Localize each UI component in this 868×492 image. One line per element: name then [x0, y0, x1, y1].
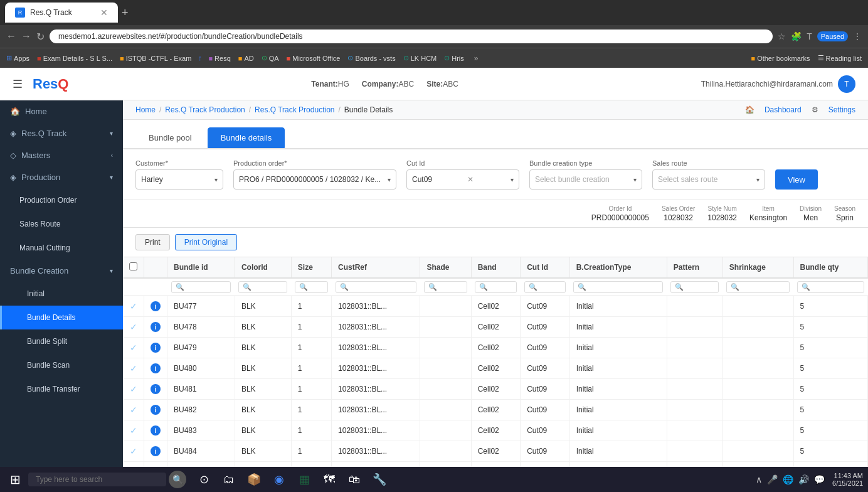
taskbar-chrome[interactable]: ◉: [269, 469, 289, 489]
tab-bundle-details[interactable]: Bundle details: [208, 127, 285, 148]
select-all-checkbox[interactable]: [129, 262, 137, 270]
sidebar-item-bundle-creation[interactable]: Bundle Creation ▾: [0, 260, 123, 282]
row-check-2[interactable]: ✓: [123, 338, 144, 358]
production-order-select[interactable]: PRO6 / PRD0000000005 / 1028032 / Ke... ▾: [233, 169, 396, 190]
bookmark-exam[interactable]: ■ Exam Details - S L S...: [37, 55, 112, 62]
search-bundle-qty[interactable]: 🔍: [797, 281, 864, 293]
refresh-button[interactable]: ↻: [36, 31, 45, 43]
menu-icon[interactable]: ⋮: [853, 31, 862, 41]
sidebar-item-bundle-transfer[interactable]: Bundle Transfer: [0, 377, 123, 401]
sidebar-item-masters[interactable]: ◇ Masters ‹: [0, 144, 123, 166]
address-bar[interactable]: mesdemo1.azurewebsites.net/#/production/…: [50, 29, 773, 43]
row-info-5[interactable]: i: [144, 400, 167, 420]
profile-icon[interactable]: T: [807, 31, 812, 41]
info-icon-0[interactable]: i: [151, 301, 161, 311]
sales-route-select[interactable]: Select sales route ▾: [652, 169, 765, 190]
row-info-0[interactable]: i: [144, 296, 167, 317]
row-check-6[interactable]: ✓: [123, 420, 144, 441]
sidebar-item-manual-cutting[interactable]: Manual Cutting: [0, 236, 123, 260]
back-button[interactable]: ←: [6, 31, 16, 42]
taskbar-cortana[interactable]: ⊙: [194, 469, 214, 489]
breadcrumb-production1[interactable]: Res.Q Track Production: [165, 105, 245, 114]
search-band[interactable]: 🔍: [475, 281, 517, 293]
dashboard-link[interactable]: Dashboard: [765, 105, 802, 114]
info-icon-7[interactable]: i: [151, 446, 161, 456]
sidebar-item-bundle-scan[interactable]: Bundle Scan: [0, 353, 123, 377]
bookmark-hris[interactable]: ⊙ Hris: [444, 54, 464, 62]
tab-bundle-pool[interactable]: Bundle pool: [135, 127, 205, 148]
new-tab-button[interactable]: +: [122, 6, 129, 19]
info-icon-6[interactable]: i: [151, 425, 161, 436]
search-pattern[interactable]: 🔍: [670, 281, 719, 293]
star-icon[interactable]: ☆: [778, 31, 786, 41]
search-cust-ref[interactable]: 🔍: [336, 281, 416, 293]
row-check-1[interactable]: ✓: [123, 317, 144, 338]
row-info-3[interactable]: i: [144, 358, 167, 379]
taskbar-maps[interactable]: 🗺: [319, 469, 339, 489]
bookmark-qa[interactable]: ⊙ QA: [262, 54, 279, 62]
taskbar-time-date[interactable]: 11:43 AM 6/15/2021: [832, 472, 863, 487]
bookmark-resq[interactable]: ■ Resq: [208, 55, 230, 62]
row-check-4[interactable]: ✓: [123, 379, 144, 400]
other-bookmarks[interactable]: ■ Other bookmarks: [751, 54, 810, 62]
print-original-button[interactable]: Print Original: [175, 234, 237, 250]
extension-icon[interactable]: 🧩: [791, 31, 802, 41]
reading-list[interactable]: ☰ Reading list: [818, 54, 862, 62]
row-check-7[interactable]: ✓: [123, 441, 144, 462]
search-b-creation-type[interactable]: 🔍: [573, 281, 663, 293]
print-button[interactable]: Print: [135, 234, 170, 250]
sidebar-item-production-order[interactable]: Production Order: [0, 188, 123, 212]
search-cut-id[interactable]: 🔍: [524, 281, 566, 293]
info-icon-3[interactable]: i: [151, 363, 161, 373]
taskbar-network[interactable]: 🌐: [783, 474, 793, 484]
search-size[interactable]: 🔍: [295, 281, 327, 293]
search-icon[interactable]: 🔍: [169, 471, 186, 488]
row-check-5[interactable]: ✓: [123, 400, 144, 420]
taskbar-box[interactable]: 📦: [244, 469, 264, 489]
taskbar-search-input[interactable]: [28, 473, 166, 486]
search-shrinkage[interactable]: 🔍: [726, 281, 790, 293]
taskbar-volume[interactable]: 🔊: [798, 474, 809, 484]
more-bookmarks[interactable]: »: [474, 54, 479, 63]
bundle-creation-type-select[interactable]: Select bundle creation ▾: [529, 169, 642, 190]
info-icon-1[interactable]: i: [151, 322, 161, 332]
breadcrumb-production2[interactable]: Res.Q Track Production: [255, 105, 334, 114]
taskbar-store[interactable]: 🛍: [344, 469, 364, 489]
bookmark-boards[interactable]: ⊙ Boards - vsts: [347, 54, 395, 62]
bookmark-facebook[interactable]: f: [199, 55, 201, 62]
row-info-6[interactable]: i: [144, 420, 167, 441]
info-icon-4[interactable]: i: [151, 384, 161, 394]
cut-id-select[interactable]: Cut09 ✕ ▾: [406, 169, 519, 190]
taskbar-extra[interactable]: 🔧: [369, 469, 389, 489]
start-button[interactable]: ⊞: [5, 469, 26, 489]
bookmark-msoffice[interactable]: ■ Microsoft Office: [287, 55, 341, 62]
search-color-id[interactable]: 🔍: [238, 281, 287, 293]
search-bundle-id[interactable]: 🔍: [171, 281, 231, 293]
row-info-2[interactable]: i: [144, 338, 167, 358]
sidebar-item-sales-route[interactable]: Sales Route: [0, 212, 123, 236]
forward-button[interactable]: →: [21, 31, 31, 42]
avatar[interactable]: T: [838, 75, 855, 93]
bookmark-lkhcm[interactable]: ⊙ LK HCM: [403, 54, 437, 62]
sidebar-item-home[interactable]: 🏠 Home: [0, 100, 123, 122]
sidebar-item-bundle-details[interactable]: Bundle Details: [0, 306, 123, 329]
taskbar-excel[interactable]: ▦: [294, 469, 314, 489]
row-check-0[interactable]: ✓: [123, 296, 144, 317]
sidebar-item-initial[interactable]: Initial: [0, 282, 123, 306]
bookmark-apps[interactable]: ⊞ Apps: [6, 54, 29, 62]
customer-select[interactable]: Harley ▾: [135, 169, 223, 190]
sidebar-item-resq-track[interactable]: ◈ Res.Q Track ▾: [0, 122, 123, 144]
active-browser-tab[interactable]: R Res.Q Track ✕: [5, 3, 118, 23]
taskbar-mic[interactable]: 🎤: [767, 474, 778, 484]
row-info-4[interactable]: i: [144, 379, 167, 400]
hamburger-menu[interactable]: ☰: [13, 77, 23, 91]
sidebar-item-production[interactable]: ◈ Production ▾: [0, 166, 123, 188]
taskbar-up-arrow[interactable]: ∧: [756, 474, 762, 484]
taskbar-notification[interactable]: 💬: [814, 474, 825, 484]
row-info-1[interactable]: i: [144, 317, 167, 338]
breadcrumb-home[interactable]: Home: [135, 105, 156, 114]
sidebar-item-bundle-split[interactable]: Bundle Split: [0, 329, 123, 353]
bookmark-ad[interactable]: ■ AD: [238, 55, 254, 62]
cut-id-clear[interactable]: ✕: [467, 175, 474, 184]
info-icon-5[interactable]: i: [151, 405, 161, 415]
